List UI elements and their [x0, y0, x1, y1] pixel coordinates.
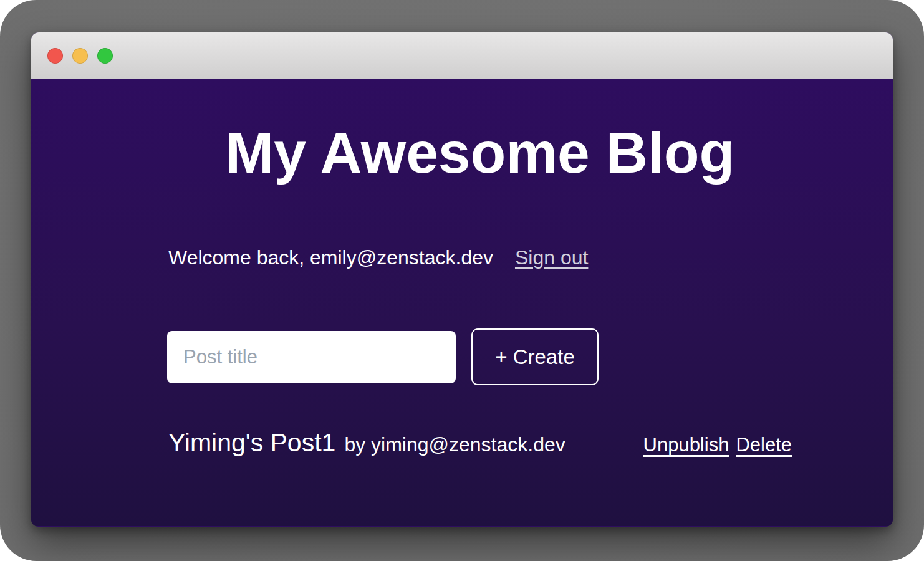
create-post-button[interactable]: + Create — [471, 328, 599, 385]
post-actions: Unpublish Delete — [643, 434, 792, 456]
zoom-window-button[interactable] — [97, 48, 113, 64]
post-list-item: Yiming's Post1 by yiming@zenstack.dev Un… — [168, 428, 792, 458]
welcome-message: Welcome back, emily@zenstack.dev — [168, 246, 493, 269]
sign-out-link[interactable]: Sign out — [515, 246, 588, 269]
window-titlebar[interactable] — [31, 32, 893, 79]
desktop-backdrop: My Awesome Blog Welcome back, emily@zens… — [0, 0, 924, 561]
app-window: My Awesome Blog Welcome back, emily@zens… — [31, 32, 893, 527]
delete-link[interactable]: Delete — [736, 434, 792, 456]
page-title: My Awesome Blog — [168, 123, 792, 184]
unpublish-link[interactable]: Unpublish — [643, 434, 729, 456]
create-post-form: + Create — [167, 328, 599, 385]
blog-page: My Awesome Blog Welcome back, emily@zens… — [31, 79, 893, 526]
close-window-button[interactable] — [47, 48, 63, 64]
user-bar: Welcome back, emily@zenstack.dev Sign ou… — [168, 246, 588, 269]
post-author-byline: by yiming@zenstack.dev — [344, 433, 565, 456]
post-title: Yiming's Post1 — [168, 428, 335, 458]
post-title-input[interactable] — [167, 331, 456, 383]
minimize-window-button[interactable] — [72, 48, 88, 64]
